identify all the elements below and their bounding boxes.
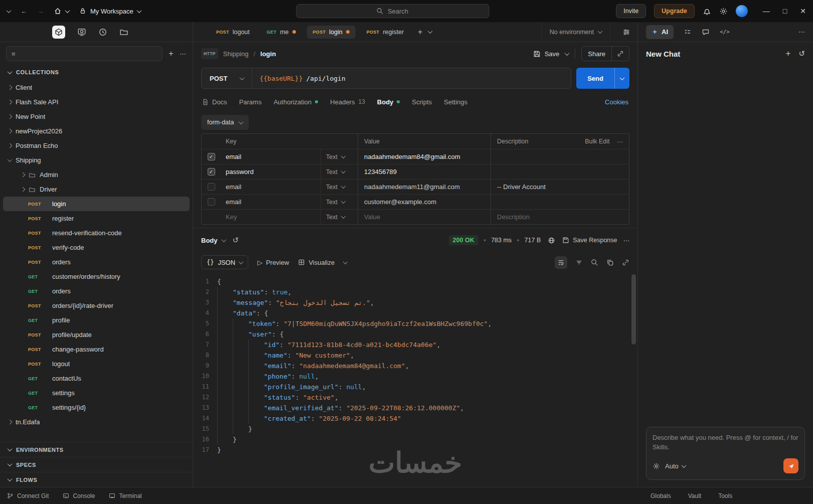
network-info-button[interactable] <box>548 237 555 244</box>
notifications-button[interactable] <box>703 7 711 16</box>
environment-quick-look-button[interactable] <box>615 28 637 36</box>
folders-button[interactable] <box>119 28 128 37</box>
folder-item[interactable]: Admin <box>3 167 190 182</box>
request-item[interactable]: GET settings/{id} <box>3 400 190 415</box>
request-item[interactable]: POST orders/{id}/rate-driver <box>3 298 190 313</box>
request-item[interactable]: GET settings <box>3 386 190 400</box>
request-tab-headers[interactable]: Headers 13 <box>330 98 365 106</box>
history-button[interactable] <box>98 28 107 37</box>
global-search-input[interactable]: Search <box>296 4 489 18</box>
sidebar-more-button[interactable]: ⋯ <box>180 50 187 58</box>
description-cell[interactable] <box>491 195 629 209</box>
response-format-select[interactable]: {} JSON <box>201 255 248 269</box>
description-cell[interactable] <box>491 149 629 164</box>
value-cell[interactable]: customer@example.com <box>358 195 491 209</box>
request-item[interactable]: POST profile/update <box>3 327 190 342</box>
response-size[interactable]: 717 B <box>525 237 541 244</box>
invite-button[interactable]: Invite <box>616 4 646 18</box>
kv-row[interactable]: ✓ password Text 123456789 <box>202 164 629 179</box>
editor-tab[interactable]: POST logout <box>210 26 256 39</box>
key-cell[interactable]: Key <box>221 213 320 221</box>
response-more-button[interactable]: ⋯ <box>623 237 630 244</box>
description-cell[interactable]: -- Driver Account <box>491 180 629 194</box>
body-type-select[interactable]: form-data <box>201 115 249 130</box>
response-time[interactable]: 783 ms <box>491 237 512 244</box>
chat-input[interactable]: Describe what you need. Press @ for cont… <box>653 433 798 452</box>
home-button[interactable] <box>54 7 69 15</box>
terminal-button[interactable]: Terminal <box>109 492 141 499</box>
collections-view-button[interactable] <box>52 26 65 39</box>
request-tab-settings[interactable]: Settings <box>444 98 467 106</box>
type-select[interactable]: Text <box>320 210 358 224</box>
request-item[interactable]: POST orders <box>3 255 190 269</box>
chat-history-button[interactable]: ↺ <box>798 49 805 58</box>
search-response-button[interactable] <box>591 259 598 266</box>
type-select[interactable]: Text <box>320 180 358 194</box>
collection-item[interactable]: tn.Edafa <box>3 415 190 429</box>
type-select[interactable]: Text <box>320 164 358 179</box>
panel-more-button[interactable]: ⋯ <box>798 28 805 36</box>
description-cell[interactable] <box>491 164 629 179</box>
share-button[interactable]: Share <box>581 46 629 61</box>
new-tab-button[interactable]: + <box>418 28 422 37</box>
sidebar-section-flows[interactable]: FLOWS <box>0 472 193 487</box>
method-select[interactable]: POST <box>202 68 252 88</box>
collection-item[interactable]: Client <box>3 80 190 95</box>
collection-item[interactable]: Flash Sale API <box>3 95 190 109</box>
breadcrumb-collection[interactable]: Shipping <box>223 50 249 58</box>
response-code[interactable]: 1 { 2 "status": true, 3 "message": "تم ت… <box>193 272 637 487</box>
tools-button[interactable]: Tools <box>718 492 732 499</box>
collection-item[interactable]: New Point <box>3 109 190 124</box>
send-options-button[interactable] <box>614 68 629 89</box>
request-item[interactable]: GET contactUs <box>3 371 190 386</box>
task-list-button[interactable] <box>684 28 692 36</box>
visualize-button[interactable]: Visualize <box>298 259 335 266</box>
scrollbar-thumb[interactable] <box>631 274 636 345</box>
console-button[interactable]: Console <box>63 492 95 499</box>
format-options-button[interactable] <box>343 259 348 264</box>
response-body-select[interactable]: Body <box>201 237 226 244</box>
collection-item[interactable]: newProject2026 <box>3 124 190 138</box>
collection-item[interactable]: Shipping <box>3 153 190 167</box>
globals-button[interactable]: Globals <box>651 492 671 499</box>
bulk-edit-button[interactable]: Bulk Edit <box>585 138 609 145</box>
filter-button[interactable] <box>575 259 583 266</box>
workspace-switcher[interactable]: My Workspace <box>79 8 141 15</box>
preview-button[interactable]: ▷ Preview <box>257 259 289 266</box>
send-button[interactable]: Send <box>576 68 629 89</box>
ai-button[interactable]: AI <box>646 25 674 39</box>
key-cell[interactable]: email <box>221 153 320 160</box>
minimize-button[interactable]: — <box>763 7 770 15</box>
request-tab-scripts[interactable]: Scripts <box>412 98 432 106</box>
vault-button[interactable]: Vault <box>688 492 701 499</box>
collection-item[interactable]: Postman Echo <box>3 138 190 153</box>
wrap-text-button[interactable] <box>555 256 567 269</box>
kv-row[interactable]: ✓ email Text nadaahmedemam84@gmail.com <box>202 149 629 164</box>
row-checkbox[interactable]: ✓ <box>208 168 215 176</box>
description-cell[interactable]: Description <box>491 210 629 224</box>
table-more-button[interactable]: ⋯ <box>617 138 623 145</box>
folder-item[interactable]: Driver <box>3 182 190 197</box>
collections-section-header[interactable]: COLLECTIONS <box>0 65 193 79</box>
code-button[interactable]: </> <box>720 29 730 35</box>
request-item[interactable]: GET orders <box>3 284 190 298</box>
kv-row[interactable]: email Text customer@example.com <box>202 194 629 209</box>
request-tab-docs[interactable]: Docs <box>202 98 227 106</box>
editor-tab[interactable]: GET me <box>261 26 302 39</box>
request-item[interactable]: POST resend-verification-code <box>3 226 190 240</box>
request-item[interactable]: POST register <box>3 211 190 226</box>
key-cell[interactable]: email <box>221 198 320 206</box>
type-select[interactable]: Text <box>320 149 358 164</box>
kv-row[interactable]: email Text nadaahmedemam11@gmail.com -- … <box>202 179 629 194</box>
value-cell[interactable]: 123456789 <box>358 164 491 179</box>
tab-options-button[interactable] <box>428 29 433 34</box>
request-item[interactable]: POST change-password <box>3 342 190 357</box>
save-button[interactable]: Save <box>533 50 560 58</box>
chat-settings-button[interactable] <box>653 462 660 470</box>
new-chat-button[interactable]: + <box>785 49 790 59</box>
chevron-down-icon[interactable] <box>7 8 12 13</box>
environment-selector[interactable]: No environment <box>541 22 610 42</box>
request-item[interactable]: GET customer/orders/history <box>3 269 190 284</box>
copy-link-button[interactable] <box>611 47 629 61</box>
request-item[interactable]: POST verify-code <box>3 240 190 255</box>
